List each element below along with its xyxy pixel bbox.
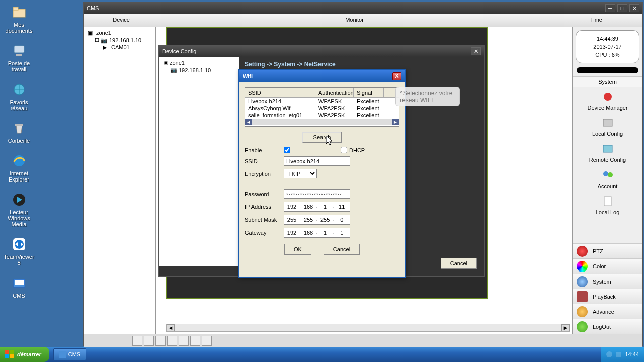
tooltip: ^Selectionnez votre réseau WIFI — [395, 87, 460, 106]
horizontal-scrollbar[interactable]: ◄► — [166, 324, 570, 332]
rp-account[interactable]: Account — [573, 166, 642, 192]
desktop-icon-teamviewer[interactable]: TeamViewer 8 — [0, 236, 38, 266]
camera-icon: ▶ — [103, 44, 110, 50]
scroll-left-icon[interactable]: ◄ — [245, 119, 252, 125]
desktop-icon-computer[interactable]: Poste de travail — [0, 43, 38, 72]
enable-checkbox[interactable] — [284, 147, 290, 153]
tb-btn-1[interactable] — [132, 336, 142, 346]
desktop-icon-trash[interactable]: Corbeille — [0, 120, 38, 144]
ip-input[interactable]: . . . — [284, 202, 350, 212]
close-button[interactable]: ✕ — [629, 4, 639, 12]
desktop-icon-ie[interactable]: Internet Explorer — [0, 153, 38, 183]
grid-row[interactable]: Livebox-b214WPAPSKExcellent — [245, 98, 399, 105]
dhcp-checkbox[interactable] — [341, 147, 347, 153]
remote-icon — [600, 143, 615, 156]
grid-header: SSID Authentication Signal — [245, 88, 399, 98]
grid-scrollbar[interactable]: ◄► — [245, 119, 399, 125]
zone-icon: ▣ — [163, 59, 168, 66]
tb-btn-3[interactable] — [155, 336, 166, 346]
col-auth[interactable]: Authentication — [315, 88, 354, 97]
desktop-icons-column: Mes documents Poste de travail Favoris r… — [0, 0, 38, 308]
gateway-input[interactable]: . . . — [284, 228, 350, 238]
subnet-input[interactable]: . . . — [284, 215, 350, 225]
tb-btn-6[interactable] — [190, 336, 200, 346]
status-cpu: CPU : 6% — [595, 51, 619, 59]
rp-local-log[interactable]: Local Log — [573, 192, 642, 218]
rp-device-manager[interactable]: Device Manager — [573, 87, 642, 114]
col-ssid[interactable]: SSID — [245, 88, 315, 97]
rb-system[interactable]: System — [573, 274, 642, 289]
desktop-icon-wmp[interactable]: Lecteur Windows Media — [0, 192, 38, 227]
tb-btn-5[interactable] — [179, 336, 189, 346]
scroll-left-icon[interactable]: ◄ — [167, 324, 175, 331]
dc-tree-zone[interactable]: ▣ zone1 — [161, 59, 237, 66]
cms-title: CMS — [87, 5, 605, 11]
svg-point-15 — [604, 93, 612, 101]
system-tray[interactable]: 14:44 — [601, 347, 644, 362]
device-config-tree: ▣ zone1 📷 192.168.1.10 — [159, 57, 239, 266]
tray-icon — [615, 351, 622, 358]
rb-logout[interactable]: LogOut — [573, 319, 642, 334]
bottom-toolbar — [84, 334, 642, 347]
close-button[interactable]: X — [392, 72, 401, 80]
cancel-button[interactable]: Cancel — [441, 258, 477, 269]
device-icon: 📷 — [101, 37, 108, 43]
tree-cam[interactable]: ▶CAM01 — [86, 44, 153, 51]
cms-menubar: Device Monitor Time — [84, 14, 642, 27]
start-label: démarrer — [17, 351, 41, 357]
desktop-icon-label: Favoris réseau — [0, 99, 38, 111]
rb-label: Advance — [593, 309, 614, 315]
cms-titlebar[interactable]: CMS ─ □ ✕ — [84, 2, 642, 14]
rb-playback[interactable]: PlayBack — [573, 289, 642, 304]
tree-zone[interactable]: ▣zone1 — [86, 29, 153, 36]
svg-rect-20 — [604, 197, 611, 206]
ok-button[interactable]: OK — [284, 244, 311, 255]
rp-remote-config[interactable]: Remote Config — [573, 140, 642, 166]
start-button[interactable]: démarrer — [0, 347, 49, 362]
grid-row[interactable]: salle_formation_etg01WPA2PSKExcellent — [245, 112, 399, 119]
close-button[interactable]: ✕ — [471, 47, 481, 55]
svg-rect-1 — [13, 7, 18, 10]
taskbar-item-cms[interactable]: CMS — [53, 348, 86, 360]
status-date: 2013-07-17 — [593, 43, 621, 51]
password-input[interactable] — [284, 189, 350, 199]
tb-btn-7[interactable] — [202, 336, 212, 346]
tb-btn-2[interactable] — [144, 336, 154, 346]
ssid-grid[interactable]: SSID Authentication Signal Livebox-b214W… — [245, 87, 399, 127]
tree-ip[interactable]: ⊟📷192.168.1.10 — [86, 36, 153, 44]
maximize-button[interactable]: □ — [617, 4, 627, 12]
svg-point-18 — [603, 171, 608, 176]
cancel-button[interactable]: Cancel — [324, 244, 360, 255]
svg-rect-24 — [5, 354, 9, 358]
device-config-title: Device Config — [162, 48, 471, 54]
encryption-select[interactable]: TKIP — [284, 169, 317, 178]
logout-icon — [577, 321, 588, 332]
tray-icon — [606, 351, 613, 358]
device-config-titlebar[interactable]: Device Config ✕ — [159, 46, 484, 57]
search-button[interactable]: Search — [302, 132, 342, 143]
col-signal[interactable]: Signal — [354, 88, 384, 97]
desktop-icon-label: Poste de travail — [0, 60, 38, 72]
rp-local-config[interactable]: Local Config — [573, 114, 642, 140]
menu-monitor[interactable]: Monitor — [159, 14, 550, 27]
wmp-icon — [11, 192, 27, 208]
wifi-titlebar[interactable]: Wifi X — [239, 70, 405, 82]
scroll-right-icon[interactable]: ► — [561, 324, 570, 331]
svg-rect-23 — [10, 350, 14, 354]
rb-advance[interactable]: Advance — [573, 304, 642, 319]
rb-color[interactable]: Color — [573, 258, 642, 274]
ssid-input[interactable] — [284, 156, 350, 166]
desktop-icon-network[interactable]: Favoris réseau — [0, 81, 38, 111]
dc-tree-ip[interactable]: 📷 192.168.1.10 — [161, 66, 237, 74]
desktop-icon-cms[interactable]: CMS — [0, 275, 38, 299]
minimize-button[interactable]: ─ — [605, 4, 615, 12]
menu-device[interactable]: Device — [84, 14, 159, 27]
grid-row[interactable]: AbsysCyborg WifiWPA2PSKExcellent — [245, 105, 399, 112]
desktop-icon-label: TeamViewer 8 — [0, 254, 38, 266]
tb-btn-4[interactable] — [167, 336, 177, 346]
scroll-right-icon[interactable]: ► — [392, 119, 399, 125]
rb-ptz[interactable]: PTZ — [573, 243, 642, 258]
desktop-icon-documents[interactable]: Mes documents — [0, 4, 38, 34]
menu-time[interactable]: Time — [550, 14, 642, 27]
computer-icon — [11, 43, 27, 59]
